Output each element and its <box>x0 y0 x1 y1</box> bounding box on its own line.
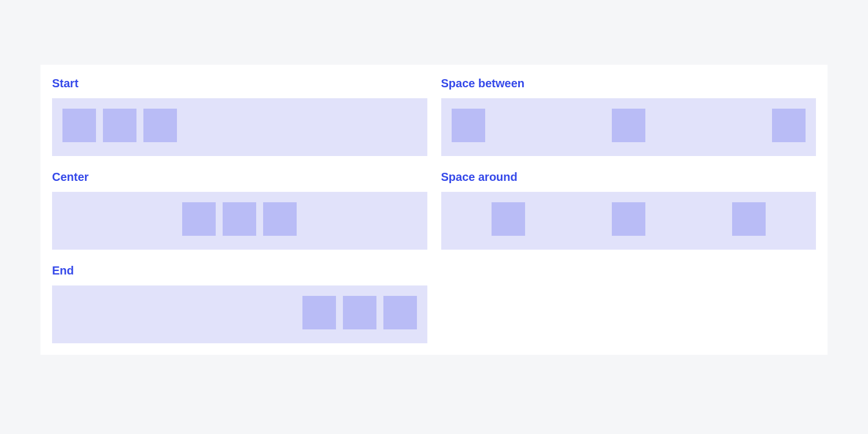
flex-item <box>62 109 96 142</box>
flex-box-center <box>52 192 427 250</box>
flex-item <box>182 202 216 236</box>
flex-item <box>772 109 806 142</box>
example-title-end: End <box>52 264 427 277</box>
flex-item <box>223 202 256 236</box>
example-title-between: Space between <box>441 76 817 90</box>
flex-item <box>612 109 645 142</box>
flex-box-around <box>441 192 817 250</box>
page: Start Center End <box>0 0 868 355</box>
flex-box-between <box>441 98 817 156</box>
flex-box-start <box>52 98 427 156</box>
example-title-around: Space around <box>441 170 817 184</box>
left-column: Start Center End <box>52 76 427 343</box>
example-end: End <box>52 264 427 343</box>
example-title-center: Center <box>52 170 427 184</box>
right-column: Space between Space around <box>441 76 817 343</box>
example-space-between: Space between <box>441 76 817 156</box>
flex-item <box>612 202 645 236</box>
example-title-start: Start <box>52 76 427 90</box>
flex-box-end <box>52 285 427 343</box>
flex-item <box>492 202 525 236</box>
flex-item <box>302 296 336 329</box>
example-start: Start <box>52 76 427 156</box>
flex-item <box>732 202 766 236</box>
flex-item <box>143 109 177 142</box>
example-center: Center <box>52 170 427 250</box>
flex-item <box>343 296 376 329</box>
examples-card: Start Center End <box>40 65 828 355</box>
flex-item <box>263 202 297 236</box>
flex-item <box>383 296 417 329</box>
flex-item <box>103 109 136 142</box>
flex-item <box>452 109 485 142</box>
example-space-around: Space around <box>441 170 817 250</box>
